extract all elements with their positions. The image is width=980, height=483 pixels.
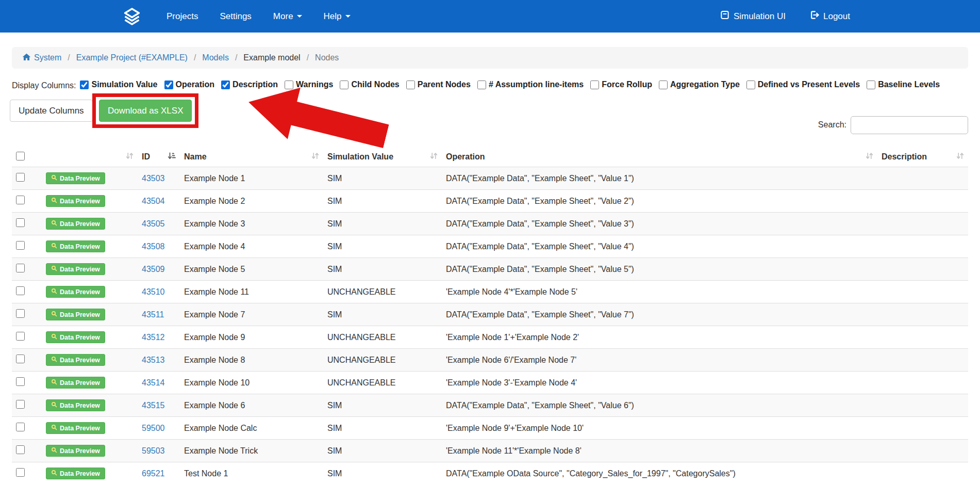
data-preview-button[interactable]: Data Preview: [46, 218, 105, 230]
row-checkbox[interactable]: [16, 468, 25, 477]
breadcrumb-link-example-project-example[interactable]: Example Project (#EXAMPLE): [76, 53, 188, 62]
select-all-checkbox[interactable]: [16, 152, 25, 160]
breadcrumb-link-models[interactable]: Models: [202, 53, 229, 62]
node-id-link[interactable]: 43510: [142, 287, 165, 296]
column-header-id[interactable]: ID: [138, 148, 180, 167]
nav-item-settings[interactable]: Settings: [209, 11, 262, 22]
node-id-link[interactable]: 43515: [142, 401, 165, 410]
data-preview-button[interactable]: Data Preview: [46, 445, 105, 457]
download-xlsx-button[interactable]: Download as XLSX: [99, 100, 192, 122]
column-toggle-checkbox[interactable]: [590, 81, 599, 89]
column-toggle-checkbox[interactable]: [659, 81, 668, 89]
row-checkbox[interactable]: [16, 332, 25, 341]
column-toggle-description[interactable]: Description: [221, 80, 278, 89]
row-checkbox[interactable]: [16, 445, 25, 454]
row-checkbox[interactable]: [16, 400, 25, 409]
column-toggle-assumption-line-items[interactable]: # Assumption line-items: [477, 80, 584, 89]
breadcrumb-item-example-model: Example model: [243, 53, 300, 62]
node-name-cell: Example Node 3: [180, 213, 323, 235]
node-id-link[interactable]: 59503: [142, 446, 165, 455]
layers-logo-icon[interactable]: [123, 7, 141, 26]
row-checkbox[interactable]: [16, 173, 25, 182]
column-toggle-label: Aggregation Type: [670, 80, 740, 89]
column-toggle-checkbox[interactable]: [80, 81, 89, 89]
data-preview-button[interactable]: Data Preview: [46, 354, 105, 366]
node-id-link[interactable]: 59500: [142, 424, 165, 432]
node-id-link[interactable]: 43511: [142, 310, 164, 319]
node-operation-cell: DATA("Example Data", "Example Sheet", "V…: [442, 213, 877, 235]
column-toggle-parent-nodes[interactable]: Parent Nodes: [406, 80, 471, 89]
node-id-link[interactable]: 43509: [142, 265, 165, 273]
logout-icon: [809, 10, 823, 23]
column-toggle-aggregation-type[interactable]: Aggregation Type: [659, 80, 740, 89]
node-id-link[interactable]: 69521: [142, 469, 165, 478]
update-columns-button[interactable]: Update Columns: [10, 100, 93, 122]
search-icon: [51, 379, 57, 387]
nav-item-more[interactable]: More: [262, 11, 313, 22]
node-id-link[interactable]: 43513: [142, 356, 165, 364]
search-icon: [51, 197, 57, 205]
column-toggle-checkbox[interactable]: [406, 81, 415, 89]
row-checkbox[interactable]: [16, 377, 25, 386]
node-id-link[interactable]: 43508: [142, 242, 165, 251]
node-id-link[interactable]: 43503: [142, 174, 165, 183]
column-toggle-checkbox[interactable]: [221, 81, 230, 89]
data-preview-label: Data Preview: [60, 243, 100, 250]
row-checkbox[interactable]: [16, 286, 25, 295]
column-header-data-preview[interactable]: [42, 148, 138, 167]
column-toggle-checkbox[interactable]: [340, 81, 348, 89]
row-checkbox[interactable]: [16, 218, 25, 227]
nav-item-help[interactable]: Help: [313, 11, 361, 22]
node-id-link[interactable]: 43514: [142, 378, 165, 387]
breadcrumb-link-system[interactable]: System: [34, 53, 61, 62]
nav-item-logout[interactable]: Logout: [809, 10, 850, 23]
home-icon: [22, 53, 34, 63]
data-preview-button[interactable]: Data Preview: [46, 422, 105, 434]
data-preview-button[interactable]: Data Preview: [46, 468, 105, 479]
row-checkbox[interactable]: [16, 196, 25, 204]
sort-icon: [430, 152, 438, 163]
column-toggle-checkbox[interactable]: [867, 81, 875, 89]
data-preview-button[interactable]: Data Preview: [46, 195, 105, 207]
data-preview-button[interactable]: Data Preview: [46, 286, 105, 298]
column-header-name[interactable]: Name: [180, 148, 323, 167]
data-preview-button[interactable]: Data Preview: [46, 172, 105, 184]
data-preview-button[interactable]: Data Preview: [46, 331, 105, 343]
node-operation-cell: 'Example Node 11'*'Example Node 8': [442, 440, 877, 462]
breadcrumb: System/Example Project (#EXAMPLE)/Models…: [12, 47, 968, 69]
column-toggle-checkbox[interactable]: [164, 81, 173, 89]
row-checkbox[interactable]: [16, 309, 25, 318]
column-toggle-simulation-value[interactable]: Simulation Value: [80, 80, 157, 89]
column-header-description[interactable]: Description: [877, 148, 968, 167]
column-toggle-child-nodes[interactable]: Child Nodes: [340, 80, 399, 89]
column-header-operation[interactable]: Operation: [442, 148, 877, 167]
column-toggle-baseline-levels[interactable]: Baseline Levels: [867, 80, 940, 89]
data-preview-button[interactable]: Data Preview: [46, 263, 105, 275]
data-preview-button[interactable]: Data Preview: [46, 309, 105, 320]
node-name-cell: Test Node 1: [180, 462, 323, 483]
node-id-link[interactable]: 43512: [142, 333, 165, 342]
data-preview-button[interactable]: Data Preview: [46, 377, 105, 389]
nav-item-projects[interactable]: Projects: [156, 11, 209, 22]
column-toggle-defined-vs-present-levels[interactable]: Defined vs Present Levels: [746, 80, 860, 89]
search-input[interactable]: [851, 116, 968, 134]
data-preview-button[interactable]: Data Preview: [46, 240, 105, 252]
column-toggle-checkbox[interactable]: [477, 81, 486, 89]
row-checkbox[interactable]: [16, 355, 25, 363]
nav-item-simulation-ui[interactable]: Simulation UI: [720, 10, 786, 23]
row-checkbox[interactable]: [16, 423, 25, 431]
column-toggle-operation[interactable]: Operation: [164, 80, 215, 89]
column-toggle-checkbox[interactable]: [285, 81, 293, 89]
breadcrumb-separator: /: [229, 53, 243, 62]
search-icon: [51, 356, 57, 364]
column-toggle-checkbox[interactable]: [746, 81, 755, 89]
row-checkbox[interactable]: [16, 264, 25, 272]
data-preview-button[interactable]: Data Preview: [46, 399, 105, 411]
search-icon: [51, 174, 57, 182]
node-id-link[interactable]: 43504: [142, 197, 165, 205]
column-toggle-force-rollup[interactable]: Force Rollup: [590, 80, 652, 89]
row-checkbox[interactable]: [16, 241, 25, 250]
node-id-link[interactable]: 43505: [142, 219, 165, 228]
column-header-simulation-value[interactable]: Simulation Value: [323, 148, 442, 167]
column-toggle-warnings[interactable]: Warnings: [285, 80, 333, 89]
